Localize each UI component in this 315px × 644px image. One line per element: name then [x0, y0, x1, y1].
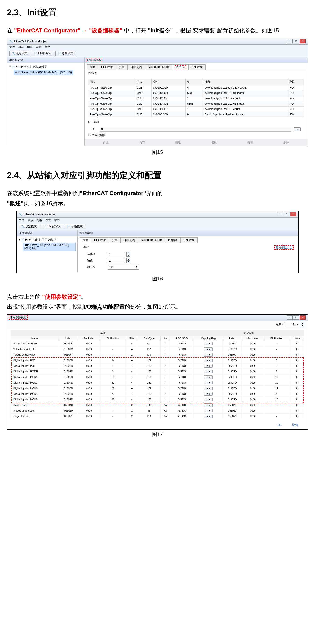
tab-4[interactable]: Distributed Clock: [145, 64, 172, 70]
table-row[interactable]: Digital inputs : MON20x60FD0x00204U32rTx…: [11, 380, 304, 386]
tree-root[interactable]: ▾ 📄 FP7运动控制单元 16轴型: [19, 237, 76, 242]
table-row[interactable]: Pre-Op->Safe-OpCoE0x6060:0008Cyclic Sync…: [88, 112, 304, 117]
table-row[interactable]: Controlword0x60400x00-2U16r/wRxPDO= ▾0x6…: [11, 402, 304, 408]
table-row[interactable]: Digital inputs : MON50x60FD0x00234U32rTx…: [11, 396, 304, 402]
maximize-button[interactable]: □: [293, 39, 299, 43]
table-row[interactable]: Pre-Op->Safe-OpCoE0x1C13:0016656download…: [88, 101, 304, 106]
mapping-flag-dropdown[interactable]: = ▾: [204, 364, 213, 368]
mapping-flag-dropdown[interactable]: = ▾: [204, 414, 213, 418]
mapping-flag-dropdown[interactable]: = ▾: [204, 392, 213, 396]
station-addr-input[interactable]: 1: [108, 252, 125, 256]
menu-item[interactable]: 网络: [27, 46, 33, 49]
param-table[interactable]: 基本对应设备 NameIndexSubIndexBit PositionSize…: [11, 330, 304, 419]
tree-root[interactable]: ▾ 📄 FP7运动控制单元 16轴型: [9, 64, 83, 69]
tree-slave-node[interactable]: sub Slave_001 [YAKO MS-MINI3E] (001) 1轴: [14, 70, 74, 75]
menu-item[interactable]: 设置: [36, 46, 42, 49]
mapping-flag-dropdown[interactable]: = ▾: [204, 409, 213, 412]
spin-up-icon[interactable]: ▲: [126, 252, 130, 254]
spin-down-icon[interactable]: ▼: [126, 254, 130, 257]
toolbar-button[interactable]: 📄 ENI的写入: [41, 224, 63, 229]
toolbar-button[interactable]: 🔧 设定模式: [19, 224, 39, 229]
tab-1[interactable]: PDO映射: [98, 64, 116, 70]
table-row[interactable]: Digital inputs : HOME0x60FD0x0024U32rTxP…: [11, 369, 304, 374]
cancel-button[interactable]: 取消: [292, 423, 298, 427]
mapping-flag-dropdown[interactable]: = ▾: [204, 370, 213, 373]
mapping-flag-dropdown[interactable]: = ▾: [204, 353, 213, 356]
menu-item[interactable]: 显示: [28, 218, 33, 222]
mapping-flag-dropdown[interactable]: = ▾: [204, 386, 213, 390]
tab-6[interactable]: CoE对象: [189, 64, 206, 70]
mapping-flag-dropdown[interactable]: = ▾: [204, 358, 213, 362]
tab-5[interactable]: Init指令: [172, 64, 189, 70]
spin-down-icon[interactable]: ▼: [126, 261, 130, 263]
maximize-button[interactable]: □: [293, 316, 299, 320]
table-row[interactable]: Velocity actual value0x606C0x00-4I32rTxP…: [11, 346, 304, 352]
table-row[interactable]: Pre-Op->Safe-OpCoE0x1C13:0001download pd…: [88, 106, 304, 112]
init-cmd-table[interactable]: 迁移协议索引值注释存取 Pre-Op->Safe-OpCoE0x1600:000…: [88, 79, 304, 117]
edit-button[interactable]: 复制: [211, 140, 217, 144]
tab-2[interactable]: 变量: [109, 237, 121, 243]
spin-up-icon[interactable]: ▲: [300, 322, 304, 325]
close-button[interactable]: ✕: [290, 212, 296, 216]
ok-button[interactable]: OK: [278, 423, 282, 427]
mapping-flag-dropdown[interactable]: = ▾: [204, 381, 213, 384]
close-button[interactable]: ✕: [299, 39, 306, 43]
spin-down-icon[interactable]: ▼: [300, 325, 304, 327]
tab-6[interactable]: CoE对象: [181, 237, 198, 243]
table-row[interactable]: Pre-Op->Safe-OpCoE0x1C12:0015632download…: [88, 90, 304, 96]
tab-0[interactable]: 概述: [87, 64, 98, 70]
edit-button[interactable]: 向上: [103, 140, 109, 144]
spin-up-icon[interactable]: ▲: [126, 258, 130, 261]
edit-button[interactable]: 向下: [139, 140, 145, 144]
menu-item[interactable]: 帮助: [45, 46, 50, 49]
table-row[interactable]: Pre-Op->Safe-OpCoE0x1C12:0001download pd…: [88, 96, 304, 101]
mapping-flag-dropdown[interactable]: = ▾: [204, 342, 213, 345]
toolbar-button[interactable]: 📄 诊断模式: [55, 51, 76, 56]
close-button[interactable]: ✕: [299, 316, 306, 320]
toolbar-button[interactable]: 📄 诊断模式: [65, 224, 85, 229]
mapping-flag-dropdown[interactable]: = ▾: [204, 348, 213, 351]
table-row[interactable]: Target torque0x60710x00-2I16r/wRxPDO= ▾0…: [11, 414, 304, 419]
table-row[interactable]: Position actual value0x60640x00-4I32rTxP…: [11, 341, 304, 346]
tree-slave-node[interactable]: sub Slave_001 [YAKO MS-MINI3E] (001) 1轴: [23, 243, 76, 251]
tab-2[interactable]: 变量: [116, 64, 128, 70]
toolbar-button[interactable]: 📄 ENI的写入: [31, 51, 54, 56]
tab-0[interactable]: 概述: [80, 237, 91, 243]
table-row[interactable]: Digital inputs : NOT0x60FD0x0004U32rTxPD…: [11, 358, 304, 363]
value-input[interactable]: [100, 127, 291, 132]
table-row[interactable]: Digital inputs : MON40x60FD0x00224U32rTx…: [11, 391, 304, 396]
edit-button[interactable]: 新建: [175, 140, 181, 144]
menu-item[interactable]: 文件: [9, 46, 15, 49]
tab-1[interactable]: PDO映射: [91, 237, 109, 243]
table-row[interactable]: Digital inputs : MON30x60FD0x00214U32rTx…: [11, 386, 304, 391]
table-row[interactable]: Torque actual value0x60770x00-2I16rTxPDO…: [11, 352, 304, 358]
table-row[interactable]: Digital inputs : POT0x60FD0x0014U32rTxPD…: [11, 363, 304, 369]
mapping-flag-dropdown[interactable]: = ▾: [204, 398, 213, 401]
tab-3[interactable]: 详细选项: [121, 237, 138, 243]
menu-item[interactable]: 设置: [45, 218, 51, 222]
tab-3[interactable]: 详细选项: [128, 64, 145, 70]
menu-item[interactable]: 显示: [18, 46, 24, 49]
edit-button[interactable]: 删除: [283, 140, 289, 144]
minimize-button[interactable]: ─: [286, 39, 292, 43]
table-row[interactable]: Pre-Op->Safe-OpCoE0x1600:0004download pd…: [88, 85, 304, 90]
minimize-button[interactable]: ─: [277, 212, 283, 216]
minimize-button[interactable]: ─: [286, 316, 292, 320]
edit-button[interactable]: 编辑: [247, 140, 253, 144]
axis-count-input[interactable]: 1: [108, 258, 125, 263]
toolbar-button[interactable]: 🔧 设定模式: [9, 51, 30, 56]
menu-item[interactable]: 文件: [19, 218, 24, 222]
tab-5[interactable]: Init指令: [165, 237, 181, 243]
project-tree[interactable]: ▾ 📄 FP7运动控制单元 16轴型 sub Slave_001 [YAKO M…: [17, 236, 78, 253]
project-tree[interactable]: ▾ 📄 FP7运动控制单元 16轴型 sub Slave_001 [YAKO M…: [8, 63, 85, 77]
tab-4[interactable]: Distributed Clock: [138, 237, 165, 243]
use-param-link[interactable]: 使用参数设定: [274, 245, 293, 250]
table-row[interactable]: Modes of operation0x60600x00-1I8r/wRxPDO…: [11, 408, 304, 414]
menu-item[interactable]: 网络: [36, 218, 42, 222]
maximize-button[interactable]: □: [284, 212, 290, 216]
menu-item[interactable]: 帮助: [54, 218, 60, 222]
mapping-flag-dropdown[interactable]: = ▾: [204, 403, 213, 407]
mapping-flag-dropdown[interactable]: = ▾: [204, 376, 213, 379]
value-spin-button[interactable]: ⋯: [294, 127, 300, 131]
table-row[interactable]: Digital inputs : MON10x60FD0x00194U32rTx…: [11, 374, 304, 380]
